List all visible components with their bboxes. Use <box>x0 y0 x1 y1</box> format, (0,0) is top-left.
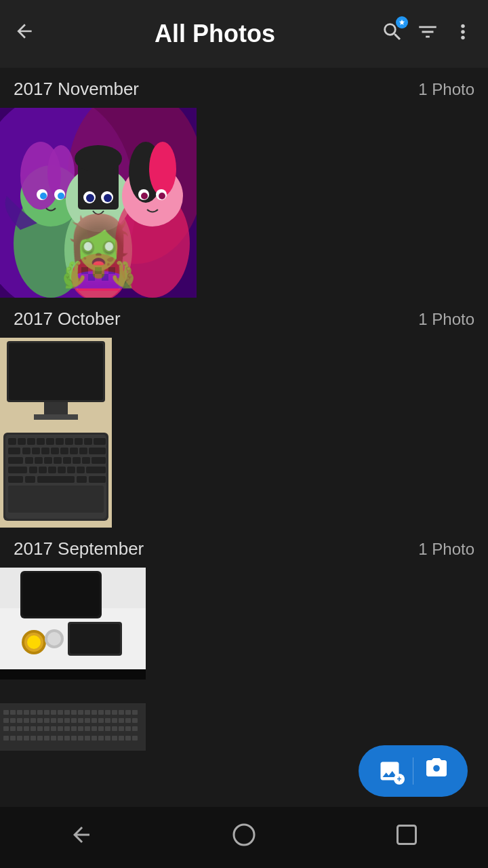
svg-rect-112 <box>92 710 97 715</box>
svg-rect-143 <box>30 726 36 731</box>
svg-rect-69 <box>82 457 90 464</box>
svg-rect-43 <box>8 438 16 445</box>
svg-rect-173 <box>98 736 104 741</box>
nav-bar <box>0 807 488 868</box>
svg-rect-133 <box>98 718 104 723</box>
svg-rect-176 <box>119 736 124 741</box>
svg-point-24 <box>149 142 176 196</box>
svg-rect-62 <box>8 457 23 464</box>
svg-rect-120 <box>10 718 16 723</box>
filter-button[interactable] <box>416 20 439 48</box>
svg-rect-52 <box>94 438 106 445</box>
svg-rect-166 <box>51 736 56 741</box>
back-nav-button[interactable] <box>69 823 94 852</box>
svg-point-11 <box>58 193 64 199</box>
svg-rect-40 <box>34 414 78 420</box>
search-badge <box>396 16 408 28</box>
home-nav-button[interactable] <box>232 823 256 852</box>
more-options-button[interactable] <box>451 20 474 48</box>
svg-rect-63 <box>25 457 33 464</box>
svg-rect-170 <box>78 736 83 741</box>
svg-point-93 <box>47 632 61 646</box>
svg-rect-135 <box>112 718 117 723</box>
svg-rect-66 <box>54 457 62 464</box>
svg-rect-45 <box>27 438 35 445</box>
svg-rect-148 <box>64 726 70 731</box>
svg-rect-147 <box>58 726 63 731</box>
svg-point-19 <box>86 194 94 202</box>
camera-icon <box>424 756 449 786</box>
svg-rect-134 <box>105 718 110 723</box>
svg-rect-154 <box>105 726 110 731</box>
svg-rect-88 <box>22 573 100 616</box>
september-image[interactable] <box>0 568 146 751</box>
svg-rect-162 <box>24 736 29 741</box>
svg-rect-141 <box>17 726 22 731</box>
svg-rect-51 <box>84 438 92 445</box>
recents-nav-button[interactable] <box>394 823 419 852</box>
svg-rect-77 <box>77 467 85 473</box>
monster-high-image[interactable] <box>0 108 197 298</box>
svg-rect-132 <box>92 718 97 723</box>
svg-rect-180 <box>398 826 416 844</box>
svg-point-29 <box>71 254 125 298</box>
photo-november[interactable] <box>0 108 197 298</box>
svg-rect-153 <box>98 726 104 731</box>
section-header-september: 2017 September 1 Photo <box>0 528 488 568</box>
fab-button[interactable]: + <box>359 745 468 797</box>
section-count-september: 1 Photo <box>418 540 474 559</box>
svg-rect-165 <box>44 736 49 741</box>
back-button[interactable] <box>14 20 35 48</box>
svg-rect-139 <box>3 726 9 731</box>
svg-rect-50 <box>75 438 83 445</box>
svg-rect-121 <box>17 718 22 723</box>
svg-rect-46 <box>37 438 45 445</box>
svg-rect-163 <box>30 736 36 741</box>
header: All Photos <box>0 0 488 68</box>
svg-rect-122 <box>24 718 29 723</box>
svg-rect-106 <box>51 710 56 715</box>
svg-rect-80 <box>25 476 35 483</box>
svg-rect-167 <box>58 736 63 741</box>
svg-rect-35 <box>102 274 108 281</box>
svg-rect-31 <box>81 267 88 274</box>
svg-rect-116 <box>119 710 124 715</box>
svg-rect-75 <box>58 467 66 473</box>
search-button[interactable] <box>381 20 404 48</box>
svg-rect-119 <box>3 718 9 723</box>
svg-rect-107 <box>58 710 63 715</box>
photo-september[interactable] <box>0 568 146 751</box>
svg-point-10 <box>40 193 47 199</box>
page-title: All Photos <box>49 20 381 48</box>
svg-rect-111 <box>85 710 90 715</box>
svg-rect-38 <box>9 343 103 400</box>
svg-rect-76 <box>67 467 75 473</box>
section-title-october: 2017 October <box>14 309 121 330</box>
svg-rect-53 <box>8 448 20 454</box>
svg-rect-152 <box>92 726 97 731</box>
svg-rect-39 <box>44 402 68 416</box>
svg-point-27 <box>141 193 148 199</box>
svg-rect-151 <box>85 726 90 731</box>
svg-rect-47 <box>46 438 54 445</box>
svg-rect-142 <box>24 726 29 731</box>
svg-rect-161 <box>17 736 22 741</box>
svg-rect-129 <box>71 718 77 723</box>
svg-rect-72 <box>29 467 37 473</box>
svg-point-20 <box>104 194 112 202</box>
svg-rect-32 <box>95 267 102 274</box>
svg-rect-114 <box>105 710 110 715</box>
section-count-november: 1 Photo <box>418 80 474 99</box>
svg-rect-110 <box>78 710 83 715</box>
svg-rect-109 <box>71 710 77 715</box>
svg-rect-48 <box>56 438 64 445</box>
svg-point-16 <box>75 145 122 172</box>
svg-rect-164 <box>37 736 43 741</box>
svg-rect-169 <box>71 736 77 741</box>
svg-rect-138 <box>132 718 138 723</box>
section-title-november: 2017 November <box>14 79 139 100</box>
keyboard-image[interactable] <box>0 338 112 528</box>
svg-point-12 <box>64 199 132 298</box>
photo-october[interactable] <box>0 338 112 528</box>
header-actions <box>381 20 474 48</box>
